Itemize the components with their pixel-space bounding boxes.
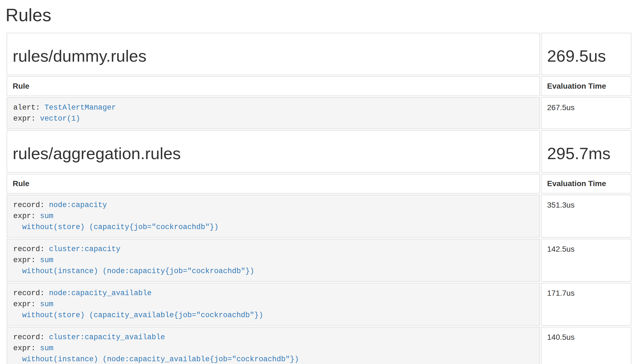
rule-expr-link[interactable]: without(instance) (node:capacity{job="co… (13, 267, 254, 275)
rule-group-eval-time: 295.7ms (547, 145, 625, 163)
rule-expr-link[interactable]: sum (40, 212, 53, 220)
rule-code-keyword: expr: (13, 212, 40, 220)
rule-code-keyword: expr: (13, 115, 40, 123)
rule-code-line: record: node:capacity_available (13, 288, 533, 299)
rule-eval-time: 267.5us (541, 97, 631, 129)
column-header-row: Rule Evaluation Time (7, 76, 631, 96)
rule-expr-link[interactable]: sum (40, 300, 53, 308)
eval-time-column-header: Evaluation Time (547, 179, 606, 188)
rule-eval-time: 351.3us (541, 195, 631, 238)
rule-code-cell: record: cluster:capacity_availableexpr: … (7, 327, 540, 364)
rule-group-file-name: rules/dummy.rules (13, 47, 534, 65)
rule-code-keyword: record: (13, 201, 49, 209)
rule-row: record: cluster:capacity_availableexpr: … (7, 327, 631, 364)
rule-name-link[interactable]: node:capacity_available (49, 289, 152, 297)
eval-time-column-header: Evaluation Time (547, 82, 606, 90)
rule-code-line: record: cluster:capacity_available (13, 332, 533, 343)
rule-code-keyword: record: (13, 289, 49, 297)
rule-group-eval-time-cell: 295.7ms (541, 130, 631, 173)
rule-name-link[interactable]: TestAlertManager (44, 104, 116, 112)
rule-expr-link[interactable]: without(store) (capacity_available{job="… (13, 311, 263, 319)
rule-code-line: without(instance) (node:capacity{job="co… (13, 266, 533, 277)
rule-name-link[interactable]: node:capacity (49, 201, 107, 209)
rule-group-file-cell: rules/aggregation.rules (7, 130, 540, 173)
rule-group-eval-time: 269.5us (547, 47, 625, 65)
rule-row: alert: TestAlertManagerexpr: vector(1) 2… (7, 97, 631, 129)
rule-expr-link[interactable]: vector(1) (40, 115, 80, 123)
rule-code-line: without(store) (capacity_available{job="… (13, 310, 533, 321)
rule-group-file-cell: rules/dummy.rules (7, 33, 540, 75)
page-title: Rules (6, 5, 632, 26)
rule-code-line: expr: sum (13, 343, 533, 354)
rule-column-header-cell: Rule (7, 76, 540, 96)
rule-code-line: record: cluster:capacity (13, 244, 533, 255)
rule-code-cell: record: node:capacity_availableexpr: sum… (7, 283, 540, 326)
rule-name-link[interactable]: cluster:capacity_available (49, 333, 165, 341)
rule-code-cell: record: cluster:capacityexpr: sum withou… (7, 239, 540, 282)
rule-row: record: node:capacity_availableexpr: sum… (7, 283, 631, 326)
rule-code-line: expr: sum (13, 211, 533, 222)
rule-code-line: expr: sum (13, 255, 533, 266)
rule-group-heading-row: rules/aggregation.rules 295.7ms (7, 130, 631, 173)
rule-expr-link[interactable]: without(instance) (node:capacity_availab… (13, 355, 299, 363)
rule-row: record: cluster:capacityexpr: sum withou… (7, 239, 631, 282)
rule-code-line: expr: sum (13, 299, 533, 310)
rule-code-line: alert: TestAlertManager (13, 102, 533, 113)
eval-time-column-header-cell: Evaluation Time (541, 174, 631, 194)
rule-code-keyword: expr: (13, 344, 40, 352)
rule-expr-link[interactable]: sum (40, 344, 53, 352)
rule-code-keyword: expr: (13, 256, 40, 264)
rule-group-file-name: rules/aggregation.rules (13, 145, 534, 163)
rule-row: record: node:capacityexpr: sum without(s… (7, 195, 631, 238)
rule-code-cell: record: node:capacityexpr: sum without(s… (7, 195, 540, 238)
rule-group-heading-row: rules/dummy.rules 269.5us (7, 33, 631, 75)
rule-code-line: expr: vector(1) (13, 113, 533, 124)
rule-column-header-cell: Rule (7, 174, 540, 194)
rule-code-keyword: expr: (13, 300, 40, 308)
rule-group-eval-time-cell: 269.5us (541, 33, 631, 75)
rule-code-keyword: alert: (13, 104, 44, 112)
rule-column-header: Rule (13, 82, 29, 90)
column-header-row: Rule Evaluation Time (7, 174, 631, 194)
rule-code-line: record: node:capacity (13, 200, 533, 211)
rule-eval-time: 142.5us (541, 239, 631, 282)
rule-code-line: without(store) (capacity{job="cockroachd… (13, 222, 533, 233)
rule-name-link[interactable]: cluster:capacity (49, 245, 120, 253)
rule-code-keyword: record: (13, 245, 49, 253)
rule-code-line: without(instance) (node:capacity_availab… (13, 354, 533, 364)
rule-eval-time: 140.5us (541, 327, 631, 364)
rule-column-header: Rule (13, 179, 29, 188)
rule-eval-time: 171.7us (541, 283, 631, 326)
rule-expr-link[interactable]: sum (40, 256, 53, 264)
rule-expr-link[interactable]: without(store) (capacity{job="cockroachd… (13, 223, 218, 231)
rules-table: rules/dummy.rules 269.5us Rule Evaluatio… (6, 32, 632, 364)
eval-time-column-header-cell: Evaluation Time (541, 76, 631, 96)
rules-page: Rules rules/dummy.rules 269.5us Rule Eva… (0, 5, 638, 364)
rule-code-keyword: record: (13, 333, 49, 341)
rule-code-cell: alert: TestAlertManagerexpr: vector(1) (7, 97, 540, 129)
